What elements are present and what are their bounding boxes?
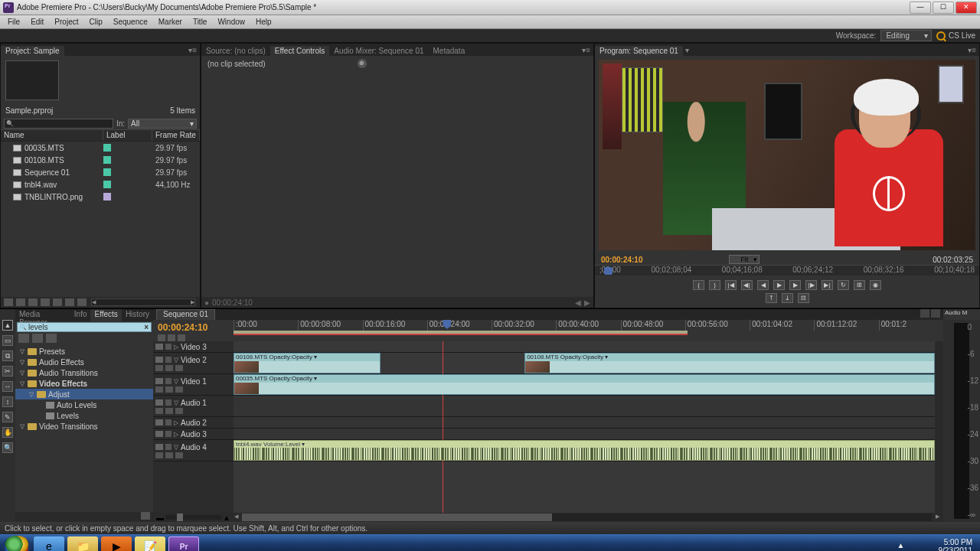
program-seq-menu[interactable]: ▾ bbox=[683, 46, 691, 54]
video-clip[interactable]: 00108.MTS Opacity:Opacity ▾ bbox=[524, 353, 935, 373]
toggle-track-icon[interactable] bbox=[155, 399, 163, 406]
taskbar-sticky[interactable]: 📝 bbox=[135, 536, 165, 551]
project-tab[interactable]: Project: Sample bbox=[1, 46, 64, 56]
track-opt-icon[interactable] bbox=[175, 365, 183, 371]
cs-live-button[interactable]: CS Live bbox=[936, 31, 975, 41]
toggle-track-icon[interactable] bbox=[155, 444, 163, 450]
prev-frame-button[interactable]: ◀ bbox=[757, 280, 769, 290]
playhead-line[interactable] bbox=[443, 341, 443, 513]
toggle-track-icon[interactable] bbox=[155, 431, 163, 437]
lock-icon[interactable] bbox=[165, 357, 172, 363]
tool-button[interactable]: ▭ bbox=[2, 335, 13, 346]
track-opt-icon[interactable] bbox=[165, 408, 173, 414]
tree-item[interactable]: ▽Video Transitions bbox=[15, 421, 153, 432]
tree-item[interactable]: ▽Adjust bbox=[15, 389, 153, 399]
track-lane[interactable] bbox=[234, 429, 935, 440]
play-button[interactable]: ▶ bbox=[773, 280, 785, 290]
tree-item[interactable]: ▽Audio Effects bbox=[15, 357, 153, 367]
tree-item[interactable]: Auto Levels bbox=[15, 399, 153, 410]
maximize-button[interactable]: ☐ bbox=[933, 2, 954, 14]
lock-icon[interactable] bbox=[165, 344, 172, 350]
track-lane[interactable] bbox=[234, 341, 935, 353]
lock-icon[interactable] bbox=[165, 419, 172, 425]
auto-size-button[interactable] bbox=[28, 298, 38, 306]
lock-icon[interactable] bbox=[165, 378, 172, 384]
effects-tree[interactable]: ▽Presets▽Audio Effects▽Audio Transitions… bbox=[15, 344, 153, 512]
export-frame-button[interactable]: ◉ bbox=[870, 280, 881, 290]
fx-badge-accel[interactable] bbox=[46, 334, 57, 343]
audio-master-tab[interactable]: Audio M bbox=[943, 309, 980, 320]
start-button[interactable] bbox=[3, 536, 31, 551]
menu-help[interactable]: Help bbox=[251, 17, 276, 27]
track-opt-icon[interactable] bbox=[155, 452, 163, 458]
workspace-dropdown[interactable]: Editing bbox=[880, 30, 932, 41]
track-lane[interactable] bbox=[234, 396, 935, 417]
tree-item[interactable]: Levels bbox=[15, 410, 153, 421]
tray-clock[interactable]: 5:00 PM 9/23/2011 bbox=[939, 538, 973, 551]
safe-margins-button[interactable]: ⊞ bbox=[854, 280, 865, 290]
lock-icon[interactable] bbox=[165, 444, 172, 450]
tool-button[interactable]: 🔍 bbox=[2, 442, 13, 453]
tool-button[interactable]: ✋ bbox=[2, 427, 13, 438]
source-tab[interactable]: Audio Mixer: Sequence 01 bbox=[329, 46, 428, 56]
menu-clip[interactable]: Clip bbox=[84, 17, 106, 27]
go-in-button[interactable]: |◀ bbox=[725, 280, 737, 290]
step-back-button[interactable]: ◀| bbox=[741, 280, 753, 290]
source-scroll-right[interactable]: ▶ bbox=[584, 298, 590, 307]
new-item-button[interactable] bbox=[65, 298, 74, 306]
track-header[interactable]: ▷Audio 3 bbox=[153, 429, 234, 440]
close-button[interactable]: ✕ bbox=[956, 2, 977, 14]
menu-title[interactable]: Title bbox=[188, 17, 212, 27]
track-opt-icon[interactable] bbox=[155, 386, 163, 393]
tray-flag-icon[interactable]: ▲ bbox=[897, 541, 908, 551]
lift-button[interactable]: ⤒ bbox=[766, 293, 777, 303]
track-header[interactable]: ▽Audio 1 bbox=[153, 396, 234, 417]
track-opt-icon[interactable] bbox=[165, 365, 173, 371]
track-opt-icon[interactable] bbox=[165, 386, 173, 393]
tool-button[interactable]: ↔ bbox=[2, 381, 13, 392]
track-header[interactable]: ▽Video 2 bbox=[153, 353, 234, 374]
project-bin[interactable]: 00035.MTS29.97 fps00108.MTS29.97 fpsSequ… bbox=[1, 142, 200, 297]
taskbar-premiere[interactable]: Pr bbox=[168, 536, 199, 551]
effects-tab[interactable]: Info bbox=[70, 309, 91, 321]
menu-file[interactable]: File bbox=[3, 17, 24, 27]
menu-window[interactable]: Window bbox=[213, 17, 250, 27]
video-clip[interactable]: 00035.MTS Opacity:Opacity ▾ bbox=[234, 374, 935, 395]
track-opt-icon[interactable] bbox=[175, 408, 183, 414]
mark-in-button[interactable]: { bbox=[693, 280, 704, 290]
toggle-track-icon[interactable] bbox=[155, 344, 163, 350]
fx-badge-yuv[interactable] bbox=[32, 334, 43, 343]
track-header[interactable]: ▽Audio 4 bbox=[153, 440, 234, 461]
fx-badge-32[interactable] bbox=[18, 334, 29, 343]
track-opt-icon[interactable] bbox=[155, 408, 163, 414]
program-current-tc[interactable]: 00:00:24:10 bbox=[601, 256, 642, 264]
effects-tab[interactable]: History bbox=[122, 309, 153, 321]
extract-button[interactable]: ⤓ bbox=[782, 293, 793, 303]
trim-button[interactable]: ⊟ bbox=[798, 293, 809, 303]
timeline-ruler[interactable]: :00:0000:00:08:0000:00:16:0000:00:24:000… bbox=[234, 320, 943, 341]
effects-tab[interactable]: Effects bbox=[90, 309, 121, 321]
toggle-track-icon[interactable] bbox=[155, 378, 163, 384]
toggle-track-icon[interactable] bbox=[155, 357, 163, 363]
panel-menu-icon[interactable]: ▾≡ bbox=[579, 46, 593, 54]
track-header[interactable]: ▷Audio 2 bbox=[153, 417, 234, 429]
bin-row[interactable]: TNBLINTRO.png bbox=[1, 191, 200, 203]
taskbar-ie[interactable]: e bbox=[34, 536, 64, 551]
menu-marker[interactable]: Marker bbox=[154, 17, 187, 27]
menu-sequence[interactable]: Sequence bbox=[109, 17, 152, 27]
timeline-hscroll[interactable] bbox=[242, 514, 932, 521]
source-scroll-left[interactable]: ◀ bbox=[575, 298, 581, 307]
effects-tab[interactable]: Media Browser bbox=[15, 309, 70, 321]
timeline-zoom-slider[interactable]: ▬▲ bbox=[153, 513, 234, 522]
track-header[interactable]: ▽Video 1 bbox=[153, 374, 234, 396]
bin-row[interactable]: 00108.MTS29.97 fps bbox=[1, 154, 200, 166]
delete-button[interactable] bbox=[77, 298, 87, 306]
panel-menu-icon[interactable]: ▾≡ bbox=[965, 46, 979, 54]
mark-out-button[interactable]: } bbox=[709, 280, 720, 290]
project-hscroll[interactable] bbox=[91, 298, 195, 306]
panel-menu-icon[interactable]: ▾≡ bbox=[185, 46, 200, 54]
list-view-button[interactable] bbox=[4, 298, 13, 306]
source-tab[interactable]: Metadata bbox=[429, 46, 470, 56]
next-frame-button[interactable]: ▶ bbox=[789, 280, 801, 290]
tree-item[interactable]: ▽Presets bbox=[15, 346, 153, 357]
